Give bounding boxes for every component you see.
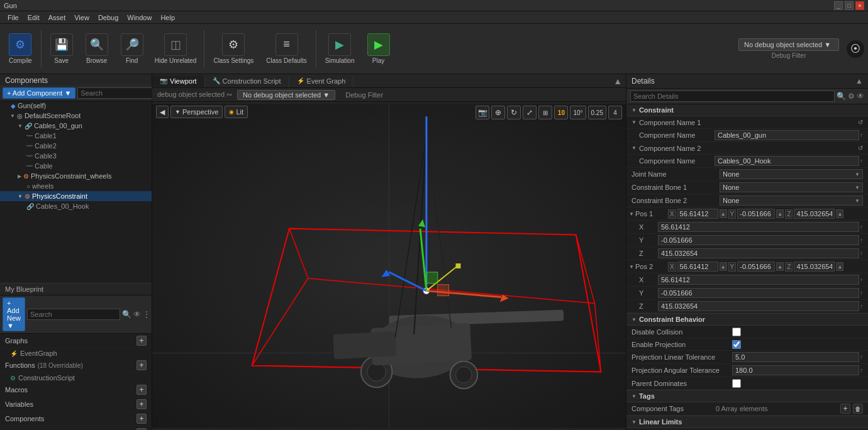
pos1-y-input[interactable] [737,209,775,219]
pos1-z-up[interactable]: ▲ [836,209,843,218]
tree-item-cable[interactable]: 〰 Cable [0,161,152,171]
joint-name-dropdown[interactable]: None ▼ [720,169,863,179]
tree-item-cable1[interactable]: 〰 Cable1 [0,131,152,141]
components-add-btn[interactable]: + [136,414,147,424]
graphs-add-btn[interactable]: + [136,336,147,346]
pos2-y-reset[interactable]: ↑ [860,290,864,296]
pos2-z-input[interactable] [794,262,835,272]
maximize-btn[interactable]: □ [845,1,854,10]
menu-file[interactable]: File [4,13,23,23]
pos2-x-reset[interactable]: ↑ [860,277,864,283]
add-component-button[interactable]: + Add Component ▼ [3,87,75,99]
details-eye-btn[interactable]: 👁 [857,92,864,101]
constraint-behavior-header[interactable]: ▼ Constraint Behavior [626,313,868,326]
tree-item-cables[interactable]: ▼ 🔗 Cables_00_gun [0,121,152,131]
pos1-zval-input[interactable] [658,248,859,258]
hide-unrelated-button[interactable]: ◫ Hide Unrelated [151,31,201,67]
rotate-icon-btn[interactable]: ↻ [507,106,521,119]
pos1-x-up[interactable]: ▲ [720,209,727,218]
blueprint-search-input[interactable] [27,309,120,320]
pos1-z-reset[interactable]: ↑ [860,250,864,256]
tags-add-btn[interactable]: + [840,404,850,414]
compile-button[interactable]: ⚙ Compile [4,31,37,67]
tags-section-header[interactable]: ▼ Tags [626,390,868,402]
simulation-button[interactable]: ▶ Simulation [320,31,360,67]
pos2-z-reset[interactable]: ↑ [860,303,864,309]
perspective-button[interactable]: ▼ Perspective [170,106,223,118]
blueprint-eye-btn[interactable]: 👁 [133,310,141,319]
pos1-x-reset[interactable]: ↑ [860,224,864,230]
bone1-dropdown[interactable]: None ▼ [720,182,863,192]
bone2-dropdown[interactable]: None ▼ [720,196,863,206]
comp-name-2-arrow[interactable]: ↑ [860,158,864,164]
viewport-collapse-btn[interactable]: ▲ [609,75,626,87]
proj-linear-reset[interactable]: ↑ [860,354,864,360]
pos2-zval-input[interactable] [658,301,859,311]
tree-item-hook[interactable]: 🔗 Cables_00_Hook [0,201,152,211]
pos2-y-up[interactable]: ▲ [776,262,784,271]
tab-construction-script[interactable]: 🔧 Construction Script [205,75,289,87]
class-settings-button[interactable]: ⚙ Class Settings [208,31,259,67]
menu-window[interactable]: Window [123,13,155,23]
minimize-btn[interactable]: _ [834,1,843,10]
find-button[interactable]: 🔎 Find [116,31,148,67]
tree-item-root[interactable]: ◆ Gun(self) [0,101,152,111]
pos2-xval-input[interactable] [658,275,859,285]
pos2-x-input[interactable] [677,262,718,272]
linear-limits-header[interactable]: ▼ Linear Limits [626,416,868,428]
menu-help[interactable]: Help [157,13,179,23]
speed-btn[interactable]: 10 [554,106,568,119]
functions-add-btn[interactable]: + [136,360,147,370]
details-search-input[interactable] [630,91,835,102]
menu-asset[interactable]: Asset [45,13,70,23]
pos1-z-input[interactable] [794,209,835,219]
tree-item-scene[interactable]: ▼ ◎ DefaultSceneRoot [0,111,152,121]
comp-name-1-reset[interactable]: ↺ [858,119,863,126]
comp-name-2-input[interactable] [715,156,859,166]
details-options-btn[interactable]: ⚙ [848,92,855,101]
pos1-x-input[interactable] [677,209,718,219]
disable-collision-checkbox[interactable] [732,328,741,336]
comp-name-2-reset[interactable]: ↺ [858,145,863,152]
debug-object-dropdown[interactable]: No debug object selected ▼ [237,90,335,100]
lit-button[interactable]: ◉ Lit [225,106,248,118]
pos2-y-input[interactable] [737,262,775,272]
tree-item-cable2[interactable]: 〰 Cable2 [0,141,152,151]
tab-viewport[interactable]: 📷 Viewport [152,75,205,87]
parent-dominates-checkbox[interactable] [732,379,741,388]
proj-linear-input[interactable] [732,352,859,362]
comp-name-1-input[interactable] [715,130,859,140]
blueprint-add-new-btn[interactable]: + Add New ▼ [3,297,25,331]
event-graph-item[interactable]: ⚡ EventGraph [0,348,152,358]
pos1-y-reset[interactable]: ↑ [860,237,864,243]
variables-add-btn[interactable]: + [136,399,147,409]
grid-size-btn[interactable]: 4 [608,106,622,119]
pos2-x-up[interactable]: ▲ [720,262,727,271]
play-button[interactable]: ▶ Play [362,31,395,67]
blueprint-options-btn[interactable]: ⋮ [143,310,150,319]
tree-item-cable3[interactable]: 〰 Cable3 [0,151,152,161]
pos1-yval-input[interactable] [658,235,859,245]
tags-remove-btn[interactable]: 🗑 [853,404,863,414]
tree-item-wheels[interactable]: ○ wheels [0,181,152,191]
save-button[interactable]: 💾 Save [45,31,78,67]
camera-icon-btn[interactable]: 📷 [476,106,489,119]
pos1-y-up[interactable]: ▲ [776,209,784,218]
class-defaults-button[interactable]: ≡ Class Defaults [261,31,311,67]
macros-add-btn[interactable]: + [136,385,147,395]
pos2-z-up[interactable]: ▲ [836,262,843,271]
enable-projection-checkbox[interactable] [732,340,741,349]
comp-name-1-arrow[interactable]: ↑ [860,132,864,138]
construction-script-item[interactable]: ⚙ ConstructionScript [0,373,152,383]
blueprint-search-icon[interactable]: 🔍 [122,310,131,319]
proj-angular-input[interactable] [732,365,859,375]
menu-edit[interactable]: Edit [24,13,43,23]
snap-btn[interactable]: 0.25 [588,106,606,119]
menu-view[interactable]: View [70,13,93,23]
details-collapse-btn[interactable]: ▲ [855,77,863,85]
tab-event-graph[interactable]: ⚡ Event Graph [289,75,354,87]
tree-item-physics[interactable]: ▼ ⚙ PhysicsConstraint [0,191,152,201]
grid-btn[interactable]: ⊞ [538,106,552,119]
close-btn[interactable]: × [855,1,864,10]
angle-btn[interactable]: 10° [570,106,586,119]
